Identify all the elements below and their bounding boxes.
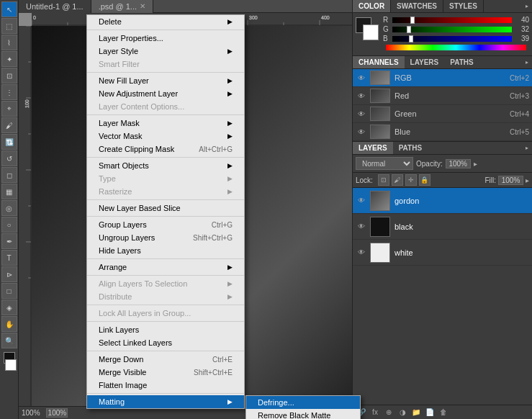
bg-color[interactable] [363,24,379,40]
spectrum-bar[interactable] [386,45,526,50]
layer-adjustment-icon[interactable]: ◑ [397,407,408,418]
tool-zoom[interactable]: 🔍 [1,333,17,348]
opacity-arrow[interactable]: ▸ [474,160,477,168]
layer-row-black[interactable]: 👁 black [353,214,532,240]
layers-bottom-bar: 🔗 fx ⊕ ◑ 📁 📄 🗑 [353,405,532,419]
tool-dodge[interactable]: ○ [1,217,17,233]
canvas-tab-untitled[interactable]: Untitled-1 @ 1... [19,0,91,13]
menu-ungroup-layers[interactable]: Ungroup Layers Shift+Ctrl+G [87,231,244,244]
tool-eraser[interactable]: ◻ [1,167,17,183]
tool-brush[interactable]: 🖌 [1,117,17,133]
layer-row-white[interactable]: 👁 white [353,240,532,266]
menu-select-linked-layers[interactable]: Select Linked Layers [87,336,244,349]
layer-fx-icon[interactable]: fx [369,407,381,418]
green-thumb[interactable] [407,26,411,33]
green-track[interactable] [392,27,512,32]
tool-marquee[interactable]: ⬚ [1,18,17,34]
menu-defringe[interactable]: Defringe... [246,396,360,409]
menu-delete[interactable]: Delete ▶ [87,15,244,28]
tool-hand[interactable]: ✋ [1,316,17,332]
menu-vector-mask[interactable]: Vector Mask ▶ [87,130,244,143]
lock-position[interactable]: ✛ [405,174,417,186]
tool-lasso[interactable]: ⌇ [1,35,17,50]
blend-mode-select[interactable]: Normal [356,157,413,170]
color-panel-menu[interactable]: ▸ [522,0,532,12]
layer-mask-icon[interactable]: ⊕ [383,407,395,418]
layers-lock-row: Lock: ⊡ 🖌 ✛ 🔒 Fill: 100% ▸ [353,173,532,188]
tool-healing[interactable]: ⌖ [1,101,17,117]
layer-eye-gordon[interactable]: 👁 [356,195,367,207]
tool-history[interactable]: ↺ [1,150,17,166]
channel-row-green[interactable]: 👁 Green Ctrl+4 [353,105,532,123]
tool-crop[interactable]: ⊡ [1,68,17,84]
menu-new-layer-based-slice[interactable]: New Layer Based Slice [87,202,244,215]
layer-eye-white[interactable]: 👁 [356,247,367,258]
canvas-tab-psd[interactable]: .psd @ 1... ✕ [91,0,153,13]
menu-layer-mask[interactable]: Layer Mask ▶ [87,117,244,130]
channel-row-rgb[interactable]: 👁 RGB Ctrl+2 [353,69,532,87]
menu-merge-down[interactable]: Merge Down Ctrl+E [87,353,244,366]
tab-paths-ch[interactable]: PATHS [444,56,479,68]
blue-thumb[interactable] [409,35,413,42]
channel-eye-red[interactable]: 👁 [356,90,367,102]
menu-smart-objects[interactable]: Smart Objects ▶ [87,159,244,172]
layer-folder-icon[interactable]: 📁 [410,407,422,418]
menu-group-layers[interactable]: Group Layers Ctrl+G [87,218,244,231]
menu-link-layers[interactable]: Link Layers [87,323,244,336]
layer-new-icon[interactable]: 📄 [424,407,436,418]
menu-layer-properties[interactable]: Layer Properties... [87,32,244,45]
menu-remove-black-matte[interactable]: Remove Black Matte [246,409,360,419]
channel-row-red[interactable]: 👁 Red Ctrl+3 [353,87,532,105]
svg-text:300: 300 [249,15,258,20]
canvas-close-btn[interactable]: ✕ [140,2,145,10]
channel-row-blue[interactable]: 👁 Blue Ctrl+5 [353,123,532,141]
channel-eye-blue[interactable]: 👁 [356,126,367,138]
red-track[interactable] [392,17,512,23]
menu-flatten-image[interactable]: Flatten Image [87,379,244,392]
layers-panel-menu[interactable]: ▸ [522,142,532,154]
red-thumb[interactable] [410,17,415,24]
blue-track[interactable] [392,36,512,42]
menu-create-clipping-mask[interactable]: Create Clipping Mask Alt+Ctrl+G [87,143,244,156]
tool-pen[interactable]: ✒ [1,233,17,249]
menu-hide-layers[interactable]: Hide Layers [87,244,244,257]
tab-swatches[interactable]: SWATCHES [391,0,443,12]
lock-image[interactable]: 🖌 [392,174,403,186]
tool-slice[interactable]: ⋮ [1,84,17,100]
menu-matting[interactable]: Matting ▶ Defringe... Remove Black Matte [87,395,244,408]
lock-transparent[interactable]: ⊡ [378,174,389,186]
tool-clone[interactable]: 🔃 [1,134,17,150]
menu-new-adjustment-layer[interactable]: New Adjustment Layer ▶ [87,87,244,100]
menu-new-fill-layer[interactable]: New Fill Layer ▶ [87,74,244,87]
tool-gradient[interactable]: ▦ [1,184,17,199]
tool-blur[interactable]: ◎ [1,200,17,216]
lock-all[interactable]: 🔒 [419,174,430,186]
tool-type[interactable]: T [1,250,17,266]
channels-panel-menu[interactable]: ▸ [522,56,532,68]
tab-paths[interactable]: PATHS [393,142,428,154]
layer-row-gordon[interactable]: 👁 gordon [353,188,532,214]
channel-eye-green[interactable]: 👁 [356,108,367,120]
opacity-value[interactable]: 100% [446,159,471,168]
tab-styles[interactable]: STYLES [443,0,484,12]
tab-channels[interactable]: CHANNELS [353,56,405,68]
menu-layer-style[interactable]: Layer Style ▶ [87,45,244,58]
menu-merge-visible[interactable]: Merge Visible Shift+Ctrl+E [87,366,244,379]
tool-path-select[interactable]: ⊳ [1,266,17,282]
context-menu: Delete ▶ Layer Properties... Layer Style… [86,14,245,409]
tab-layers[interactable]: LAYERS [353,142,393,154]
channel-eye-rgb[interactable]: 👁 [356,72,367,84]
fill-arrow[interactable]: ▸ [526,176,529,184]
tool-move[interactable]: ↖ [1,1,17,17]
tool-3d[interactable]: ◈ [1,299,17,315]
menu-arrange[interactable]: Arrange ▶ [87,261,244,274]
layer-delete-icon[interactable]: 🗑 [438,407,449,418]
fill-value[interactable]: 100% [498,176,523,185]
status-zoom-input[interactable]: 100% [46,408,68,418]
tool-magic-wand[interactable]: ✦ [1,51,17,67]
tab-color[interactable]: COLOR [353,0,391,12]
layer-eye-black[interactable]: 👁 [356,221,367,233]
tool-shape[interactable]: □ [1,283,17,299]
tab-layers-ch[interactable]: LAYERS [405,56,445,68]
bg-color-swatch[interactable] [5,359,17,371]
